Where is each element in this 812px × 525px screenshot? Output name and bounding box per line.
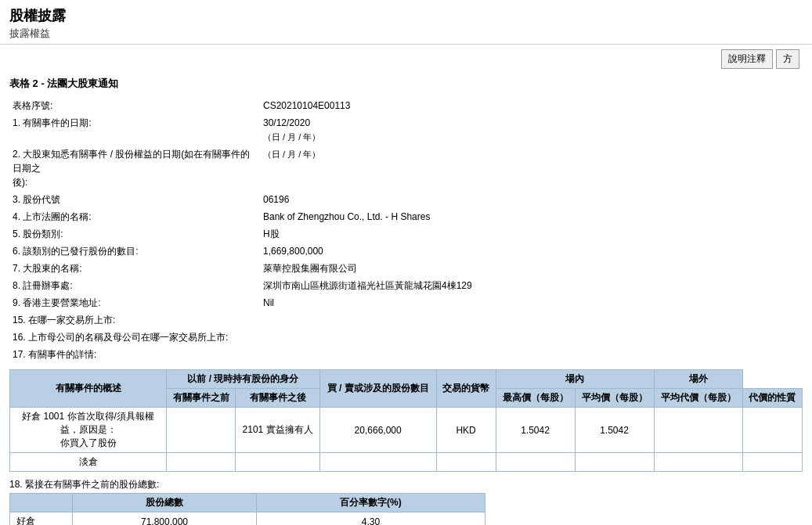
s18-col-shares: 股份總數: [73, 494, 257, 512]
event-consideration-short: [654, 453, 742, 472]
event-after-short: [236, 453, 319, 472]
field-label-code: 3. 股份代號: [9, 191, 260, 208]
col-avg-price: 平均價（每股）: [575, 389, 654, 408]
event-avgprice-short: [575, 453, 654, 472]
field-label-parent: 16. 上市母公司的名稱及母公司在哪一家交易所上市:: [9, 329, 260, 346]
explain-btn[interactable]: 說明注釋: [721, 49, 773, 69]
event-shares-short: [319, 453, 436, 472]
event-before-short: [167, 453, 236, 472]
s18-pct-long: 4.30: [257, 512, 485, 526]
form-fields-table: 表格序號: CS20210104E00113 1. 有關事件的日期: 30/12…: [9, 97, 803, 363]
event-maxprice-short: [496, 453, 575, 472]
section18-table: 股份總數 百分率數字(%) 好倉 71,800,000 4.30: [9, 493, 485, 525]
field-label-issued: 6. 該類別的已發行股份的數目:: [9, 243, 260, 260]
field-label-hkaddr: 9. 香港主要營業地址:: [9, 294, 260, 311]
event-maxprice-long: 1.5042: [496, 408, 575, 453]
field-label-details: 17. 有關事件的詳情:: [9, 346, 260, 363]
s18-col-type: [10, 494, 73, 512]
col-before: 有關事件之前: [167, 389, 236, 408]
page-subtitle: 披露權益: [9, 27, 803, 41]
field-value-details: [260, 346, 803, 363]
event-row-short: 淡倉: [10, 453, 803, 472]
field-label-type: 5. 股份類別:: [9, 225, 260, 243]
s18-type-long: 好倉: [10, 512, 73, 526]
field-value-type: H股: [260, 225, 803, 243]
col-after: 有關事件之後: [236, 389, 319, 408]
field-label-exchange: 15. 在哪一家交易所上市:: [9, 311, 260, 329]
event-before-long: [167, 408, 236, 453]
event-type-short: 淡倉: [10, 453, 167, 472]
event-row-long: 好倉 1001 你首次取得/須具報權益，原因是： 你買入了股份 2101 實益擁…: [10, 408, 803, 453]
s18-row-long: 好倉 71,800,000 4.30: [10, 512, 485, 526]
col-shares-traded: 買 / 賣或涉及的股份數目: [319, 370, 436, 408]
field-value-date1: 30/12/2020（日 / 月 / 年）: [260, 114, 803, 146]
table-title: 表格 2 - 法團大股東通知: [9, 77, 803, 91]
field-value-reg: 深圳市南山區桃源街道福光社區黃龍城花園4棟129: [260, 277, 803, 294]
event-after-long: 2101 實益擁有人: [236, 408, 319, 453]
field-label-date1: 1. 有關事件的日期:: [9, 114, 260, 146]
field-label-reg: 8. 註冊辦事處:: [9, 277, 260, 294]
field-value-exchange: [260, 311, 803, 329]
field-value-issued: 1,669,800,000: [260, 243, 803, 260]
event-consideration-long: [654, 408, 742, 453]
field-label-name: 4. 上市法團的名稱:: [9, 208, 260, 225]
field-value-formid: CS20210104E00113: [260, 97, 803, 114]
col-currency: 交易的貨幣: [436, 370, 496, 408]
event-currency-long: HKD: [436, 408, 496, 453]
field-label-shareholder: 7. 大股東的名稱:: [9, 260, 260, 277]
event-table: 有關事件的概述 以前 / 現時持有股份的身分 買 / 賣或涉及的股份數目 交易的…: [9, 369, 803, 472]
field-label-formid: 表格序號:: [9, 97, 260, 114]
section18-label: 18. 緊接在有關事件之前的股份總數:: [9, 478, 803, 491]
event-shares-long: 20,666,000: [319, 408, 436, 453]
s18-shares-long: 71,800,000: [73, 512, 257, 526]
field-value-date2: （日 / 月 / 年）: [260, 146, 803, 191]
event-currency-short: [436, 453, 496, 472]
nav-btn[interactable]: 方: [776, 49, 799, 69]
field-value-hkaddr: Nil: [260, 294, 803, 311]
field-label-date2: 2. 大股東知悉有關事件 / 股份權益的日期(如在有關事件的日期之後):: [9, 146, 260, 191]
col-avg-consideration: 平均代價（每股）: [654, 389, 742, 408]
event-type-long: 好倉 1001 你首次取得/須具報權益，原因是： 你買入了股份: [10, 408, 167, 453]
field-value-code: 06196: [260, 191, 803, 208]
event-nature-short: [742, 453, 802, 472]
page-title: 股權披露: [9, 6, 803, 25]
col-max-price: 最高價（每股）: [496, 389, 575, 408]
s18-col-pct: 百分率數字(%): [257, 494, 485, 512]
event-nature-long: [742, 408, 802, 453]
field-value-parent: [260, 329, 803, 346]
col-inmarket: 場內: [496, 370, 654, 389]
col-position: 以前 / 現時持有股份的身分: [167, 370, 320, 389]
field-value-shareholder: 萊華控股集團有限公司: [260, 260, 803, 277]
event-avgprice-long: 1.5042: [575, 408, 654, 453]
col-event-desc: 有關事件的概述: [10, 370, 167, 408]
col-outmarket: 場外: [654, 370, 742, 389]
field-value-name: Bank of Zhengzhou Co., Ltd. - H Shares: [260, 208, 803, 225]
col-nature: 代價的性質: [742, 389, 802, 408]
